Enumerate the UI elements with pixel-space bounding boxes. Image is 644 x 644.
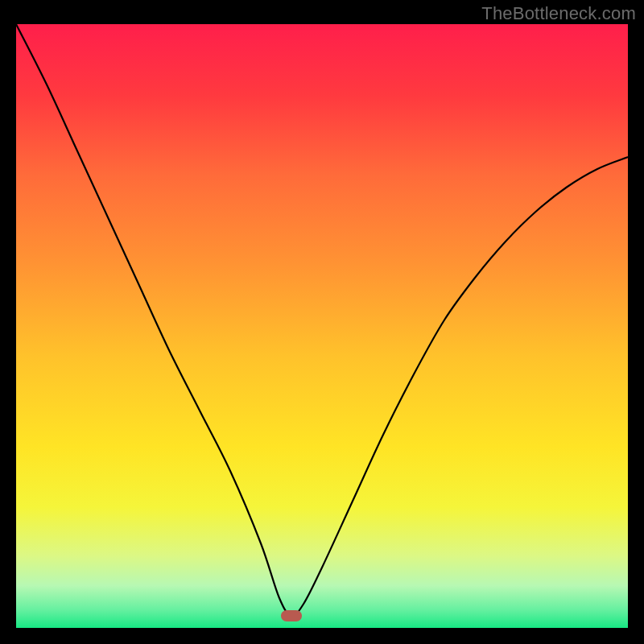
optimal-point-marker <box>281 610 302 621</box>
background-gradient <box>16 24 628 628</box>
svg-rect-0 <box>16 24 628 628</box>
plot-area <box>16 24 628 628</box>
chart-frame: TheBottleneck.com <box>0 0 644 644</box>
watermark-text: TheBottleneck.com <box>481 3 636 24</box>
